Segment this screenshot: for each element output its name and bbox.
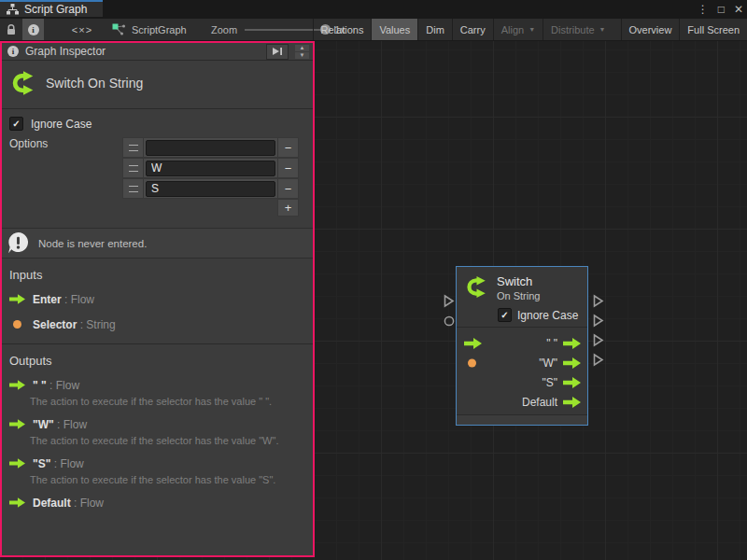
output-port-description: The action to execute if the selector ha… <box>30 474 313 485</box>
external-flow-out-socket[interactable] <box>592 314 604 328</box>
input-port-row: Selector : String <box>13 315 313 332</box>
add-option-button[interactable]: + <box>277 199 299 217</box>
value-dot-icon <box>13 320 21 329</box>
option-input[interactable] <box>146 140 275 156</box>
lock-button[interactable] <box>0 19 21 40</box>
selector-port[interactable] <box>468 358 476 367</box>
switch-icon <box>464 274 489 301</box>
flow-arrow-icon <box>9 294 25 304</box>
enter-port[interactable] <box>464 338 482 349</box>
flow-out-port[interactable] <box>563 377 581 388</box>
node-port-row: "W" <box>457 353 587 372</box>
node-subtitle: On String <box>497 290 540 301</box>
inspector-header: i Graph Inspector ▲ ▼ <box>2 43 313 61</box>
switch-icon <box>9 69 37 97</box>
outputs-header: Outputs <box>9 354 313 368</box>
graph-hierarchy-icon <box>7 4 19 15</box>
node-port-row: "S" <box>457 372 587 392</box>
external-flow-out-socket[interactable] <box>592 294 604 308</box>
port-label: "W" <box>539 357 557 370</box>
node-ignore-case-label: Ignore Case <box>517 309 578 322</box>
option-row: − <box>122 137 299 158</box>
popout-icon <box>272 47 283 56</box>
output-port-row: "W" : Flow <box>9 415 313 432</box>
external-flow-out-socket[interactable] <box>592 333 604 347</box>
ignore-case-label: Ignore Case <box>31 118 92 131</box>
port-label: Default <box>522 396 557 409</box>
align-button[interactable]: Align▼ <box>493 19 543 40</box>
dim-button[interactable]: Dim <box>417 19 452 40</box>
external-flow-out-socket[interactable] <box>592 353 604 367</box>
script-graph-icon <box>112 23 126 35</box>
code-preview-button[interactable]: <×> <box>65 19 99 40</box>
tab-label: Script Graph <box>24 3 87 16</box>
graph-inspector-panel: i Graph Inspector ▲ ▼ Switch On String ✓… <box>0 41 315 557</box>
flow-out-port[interactable] <box>563 338 581 349</box>
zoom-label: Zoom <box>211 24 237 35</box>
warning-bubble-icon <box>7 231 30 255</box>
window-titlebar: Script Graph ⋮ □ ✕ <box>0 0 747 19</box>
option-row: − <box>122 178 299 199</box>
graph-name-label: ScriptGraph <box>132 24 187 35</box>
graph-breadcrumb[interactable]: ScriptGraph <box>112 19 187 40</box>
distribute-button[interactable]: Distribute▼ <box>543 19 613 40</box>
external-value-socket[interactable] <box>444 315 455 327</box>
info-icon: i <box>7 46 19 57</box>
overview-button[interactable]: Overview <box>621 19 680 40</box>
flow-arrow-icon <box>9 458 25 469</box>
scroll-spinner: ▲ ▼ <box>295 45 309 59</box>
spinner-up-button[interactable]: ▲ <box>295 45 309 51</box>
ignore-case-checkbox[interactable]: ✓ <box>9 117 23 131</box>
input-port-row: Enter : Flow <box>9 290 313 307</box>
node-title: Switch <box>497 274 540 288</box>
chevron-down-icon: ▼ <box>529 26 535 33</box>
remove-option-button[interactable]: − <box>277 137 299 158</box>
node-port-row: Default <box>457 392 587 412</box>
flow-arrow-icon <box>9 497 25 508</box>
chevron-down-icon: ▼ <box>599 26 606 33</box>
inspector-toggle-button[interactable]: i <box>22 19 44 40</box>
node-port-row: " " <box>457 333 587 353</box>
warning-text: Node is never entered. <box>38 238 147 249</box>
flow-arrow-icon <box>9 380 25 390</box>
drag-handle-icon[interactable] <box>122 137 144 158</box>
output-port-description: The action to execute if the selector ha… <box>30 435 313 446</box>
window-maximize-icon[interactable]: □ <box>718 0 725 19</box>
output-port-description: The action to execute if the selector ha… <box>30 396 313 407</box>
warning-banner: Node is never entered. <box>2 228 313 259</box>
tab-script-graph[interactable]: Script Graph <box>0 0 103 17</box>
inspector-header-title: Graph Inspector <box>25 45 260 58</box>
values-button[interactable]: Values <box>371 19 417 40</box>
code-icon: <×> <box>72 24 92 35</box>
popout-button[interactable] <box>266 44 289 60</box>
external-flow-in-socket[interactable] <box>443 294 455 308</box>
graph-toolbar: i <×> ScriptGraph Zoom 1x Relations Valu… <box>0 19 747 41</box>
node-footer <box>457 414 587 425</box>
option-input[interactable] <box>146 181 275 197</box>
fullscreen-button[interactable]: Full Screen <box>679 19 747 40</box>
lock-icon <box>6 23 17 36</box>
drag-handle-icon[interactable] <box>122 158 144 178</box>
drag-handle-icon[interactable] <box>122 178 144 199</box>
output-port-row: " " : Flow <box>9 376 313 393</box>
options-label: Options <box>9 137 122 217</box>
spinner-down-button[interactable]: ▼ <box>295 52 309 59</box>
remove-option-button[interactable]: − <box>277 158 299 178</box>
relations-button[interactable]: Relations <box>313 19 372 40</box>
switch-on-string-node[interactable]: Switch On String ✓ Ignore Case " " "W" <box>456 266 588 426</box>
flow-out-port[interactable] <box>563 397 581 408</box>
carry-button[interactable]: Carry <box>452 19 493 40</box>
option-row: − <box>122 158 299 178</box>
window-close-icon[interactable]: ✕ <box>734 0 743 19</box>
inputs-header: Inputs <box>9 268 313 282</box>
remove-option-button[interactable]: − <box>277 178 299 199</box>
flow-arrow-icon <box>9 419 25 429</box>
options-list: − − − + <box>122 137 299 217</box>
window-menu-icon[interactable]: ⋮ <box>698 0 709 19</box>
output-port-row: "S" : Flow <box>9 455 313 471</box>
node-ignore-case-checkbox[interactable]: ✓ <box>498 308 512 322</box>
info-icon: i <box>28 24 39 35</box>
flow-out-port[interactable] <box>563 357 581 369</box>
output-port-row: Default : Flow <box>9 494 313 511</box>
option-input[interactable] <box>146 161 275 176</box>
